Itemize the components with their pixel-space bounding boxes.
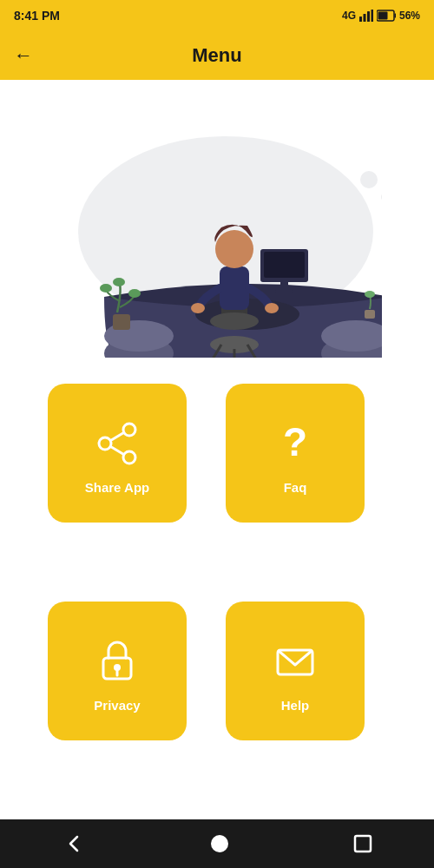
privacy-label: Privacy (94, 698, 140, 713)
svg-point-8 (360, 171, 378, 188)
header: ← Menu (0, 31, 434, 80)
svg-rect-32 (220, 266, 249, 310)
svg-rect-20 (113, 314, 130, 330)
svg-point-37 (99, 437, 111, 450)
status-time: 8:41 PM (14, 9, 60, 23)
share-app-label: Share App (85, 480, 149, 495)
svg-rect-19 (275, 290, 293, 293)
svg-rect-1 (363, 14, 365, 22)
illustration-area (0, 80, 434, 375)
svg-line-39 (111, 432, 124, 440)
help-label: Help (281, 698, 310, 713)
svg-line-40 (111, 446, 124, 454)
faq-button[interactable]: ? Faq (226, 384, 365, 523)
nav-recent-button[interactable] (353, 834, 372, 853)
office-illustration (52, 97, 382, 358)
network-icon (359, 10, 373, 22)
svg-point-9 (381, 192, 382, 202)
status-bar: 8:41 PM 4G 56% (0, 0, 434, 31)
svg-point-46 (211, 835, 228, 852)
battery-level: 56% (399, 10, 420, 22)
svg-rect-2 (367, 11, 370, 22)
svg-point-23 (113, 278, 125, 286)
svg-rect-0 (359, 16, 362, 22)
help-button[interactable]: Help (226, 602, 365, 740)
status-icons: 4G 56% (342, 10, 420, 22)
menu-grid: Share App ? Faq Privacy (0, 375, 434, 819)
svg-rect-17 (264, 252, 305, 278)
svg-point-22 (128, 289, 141, 298)
svg-point-38 (123, 451, 135, 464)
svg-rect-3 (371, 10, 373, 22)
svg-rect-5 (394, 14, 396, 18)
svg-point-21 (100, 284, 112, 293)
bottom-nav (0, 819, 434, 868)
svg-point-35 (265, 303, 279, 313)
svg-point-28 (210, 312, 259, 330)
lock-icon (95, 639, 140, 687)
svg-text:?: ? (283, 421, 307, 464)
share-app-button[interactable]: Share App (48, 384, 187, 523)
signal-icon: 4G (342, 10, 356, 22)
privacy-button[interactable]: Privacy (48, 602, 187, 740)
back-button[interactable]: ← (14, 44, 33, 67)
battery-icon (377, 10, 396, 22)
question-icon: ? (273, 421, 318, 470)
svg-rect-6 (378, 12, 387, 20)
faq-label: Faq (284, 480, 307, 495)
svg-rect-18 (280, 282, 288, 291)
svg-point-36 (123, 424, 135, 436)
svg-point-34 (191, 303, 205, 313)
svg-rect-24 (365, 310, 375, 319)
svg-point-33 (215, 230, 253, 268)
nav-back-button[interactable] (62, 832, 86, 856)
svg-point-25 (365, 291, 375, 298)
share-icon (95, 421, 140, 470)
page-title: Menu (192, 44, 241, 67)
svg-rect-47 (355, 836, 371, 852)
envelope-icon (273, 639, 318, 687)
nav-home-button[interactable] (210, 834, 229, 853)
